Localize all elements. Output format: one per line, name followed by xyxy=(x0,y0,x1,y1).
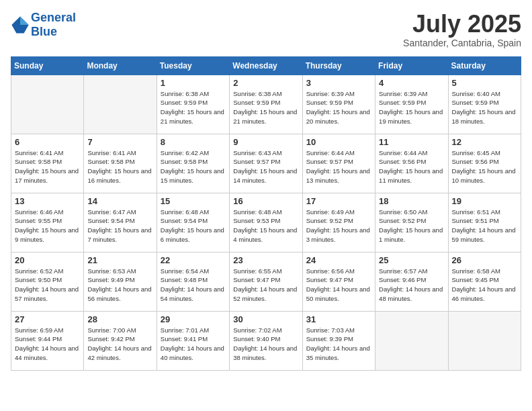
day-number: 21 xyxy=(87,255,152,265)
calendar-cell: 23Sunrise: 6:55 AM Sunset: 9:47 PM Dayli… xyxy=(230,252,302,311)
logo-icon xyxy=(11,15,30,34)
calendar-cell xyxy=(448,311,521,370)
day-info: Sunrise: 6:57 AM Sunset: 9:46 PM Dayligh… xyxy=(379,267,444,304)
day-number: 18 xyxy=(379,196,444,206)
calendar-table: SundayMondayTuesdayWednesdayThursdayFrid… xyxy=(11,56,521,371)
day-info: Sunrise: 6:40 AM Sunset: 9:59 PM Dayligh… xyxy=(452,89,517,126)
day-info: Sunrise: 6:38 AM Sunset: 9:59 PM Dayligh… xyxy=(233,89,298,126)
day-info: Sunrise: 6:43 AM Sunset: 9:57 PM Dayligh… xyxy=(233,148,298,185)
day-number: 25 xyxy=(379,255,444,265)
day-info: Sunrise: 6:56 AM Sunset: 9:47 PM Dayligh… xyxy=(306,267,371,304)
day-number: 13 xyxy=(15,196,80,206)
day-info: Sunrise: 6:38 AM Sunset: 9:59 PM Dayligh… xyxy=(161,89,226,126)
day-number: 8 xyxy=(161,137,226,147)
logo: General Blue xyxy=(11,11,76,39)
day-info: Sunrise: 6:54 AM Sunset: 9:48 PM Dayligh… xyxy=(161,267,226,304)
header-saturday: Saturday xyxy=(448,56,521,75)
day-number: 4 xyxy=(379,78,444,88)
calendar-cell: 10Sunrise: 6:44 AM Sunset: 9:57 PM Dayli… xyxy=(302,134,375,193)
calendar-cell: 30Sunrise: 7:02 AM Sunset: 9:40 PM Dayli… xyxy=(230,311,302,370)
header-thursday: Thursday xyxy=(302,56,375,75)
day-info: Sunrise: 7:00 AM Sunset: 9:42 PM Dayligh… xyxy=(87,326,152,363)
day-number: 9 xyxy=(233,137,298,147)
calendar-cell: 5Sunrise: 6:40 AM Sunset: 9:59 PM Daylig… xyxy=(448,75,521,134)
day-info: Sunrise: 6:59 AM Sunset: 9:44 PM Dayligh… xyxy=(15,326,80,363)
header-friday: Friday xyxy=(375,56,448,75)
day-info: Sunrise: 6:55 AM Sunset: 9:47 PM Dayligh… xyxy=(233,267,298,304)
day-number: 24 xyxy=(306,255,371,265)
day-number: 22 xyxy=(161,255,226,265)
page-header: General Blue July 2025 Santander, Cantab… xyxy=(11,11,521,48)
day-info: Sunrise: 6:39 AM Sunset: 9:59 PM Dayligh… xyxy=(306,89,371,126)
day-info: Sunrise: 7:01 AM Sunset: 9:41 PM Dayligh… xyxy=(161,326,226,363)
calendar-cell: 31Sunrise: 7:03 AM Sunset: 9:39 PM Dayli… xyxy=(302,311,375,370)
day-number: 6 xyxy=(15,137,80,147)
day-number: 20 xyxy=(15,255,80,265)
calendar-cell: 17Sunrise: 6:49 AM Sunset: 9:52 PM Dayli… xyxy=(302,193,375,252)
calendar-cell: 8Sunrise: 6:42 AM Sunset: 9:58 PM Daylig… xyxy=(157,134,229,193)
day-info: Sunrise: 6:51 AM Sunset: 9:51 PM Dayligh… xyxy=(452,208,517,244)
calendar-week-row: 13Sunrise: 6:46 AM Sunset: 9:55 PM Dayli… xyxy=(11,193,521,252)
day-info: Sunrise: 6:53 AM Sunset: 9:49 PM Dayligh… xyxy=(87,267,152,304)
calendar-cell: 28Sunrise: 7:00 AM Sunset: 9:42 PM Dayli… xyxy=(84,311,157,370)
calendar-cell: 22Sunrise: 6:54 AM Sunset: 9:48 PM Dayli… xyxy=(157,252,229,311)
day-number: 5 xyxy=(452,78,517,88)
calendar-cell xyxy=(84,75,157,134)
day-info: Sunrise: 6:52 AM Sunset: 9:50 PM Dayligh… xyxy=(15,267,80,304)
calendar-cell: 26Sunrise: 6:58 AM Sunset: 9:45 PM Dayli… xyxy=(448,252,521,311)
day-number: 16 xyxy=(233,196,298,206)
day-number: 29 xyxy=(161,314,226,324)
calendar-cell: 20Sunrise: 6:52 AM Sunset: 9:50 PM Dayli… xyxy=(11,252,84,311)
header-wednesday: Wednesday xyxy=(230,56,302,75)
day-info: Sunrise: 6:39 AM Sunset: 9:59 PM Dayligh… xyxy=(379,89,444,126)
day-number: 14 xyxy=(87,196,152,206)
month-year-title: July 2025 xyxy=(403,11,521,38)
day-info: Sunrise: 6:45 AM Sunset: 9:56 PM Dayligh… xyxy=(452,148,517,185)
calendar-cell: 18Sunrise: 6:50 AM Sunset: 9:52 PM Dayli… xyxy=(375,193,448,252)
day-info: Sunrise: 6:41 AM Sunset: 9:58 PM Dayligh… xyxy=(87,148,152,185)
calendar-cell: 13Sunrise: 6:46 AM Sunset: 9:55 PM Dayli… xyxy=(11,193,84,252)
calendar-cell: 24Sunrise: 6:56 AM Sunset: 9:47 PM Dayli… xyxy=(302,252,375,311)
day-number: 30 xyxy=(233,314,298,324)
svg-marker-1 xyxy=(20,16,29,25)
day-number: 10 xyxy=(306,137,371,147)
day-info: Sunrise: 7:03 AM Sunset: 9:39 PM Dayligh… xyxy=(306,326,371,363)
day-number: 26 xyxy=(452,255,517,265)
calendar-header-row: SundayMondayTuesdayWednesdayThursdayFrid… xyxy=(11,56,521,75)
day-number: 28 xyxy=(87,314,152,324)
day-info: Sunrise: 6:48 AM Sunset: 9:53 PM Dayligh… xyxy=(233,208,298,244)
calendar-cell: 25Sunrise: 6:57 AM Sunset: 9:46 PM Dayli… xyxy=(375,252,448,311)
calendar-cell: 2Sunrise: 6:38 AM Sunset: 9:59 PM Daylig… xyxy=(230,75,302,134)
day-number: 19 xyxy=(452,196,517,206)
calendar-cell: 4Sunrise: 6:39 AM Sunset: 9:59 PM Daylig… xyxy=(375,75,448,134)
day-number: 12 xyxy=(452,137,517,147)
calendar-cell xyxy=(11,75,84,134)
calendar-cell: 9Sunrise: 6:43 AM Sunset: 9:57 PM Daylig… xyxy=(230,134,302,193)
header-sunday: Sunday xyxy=(11,56,84,75)
calendar-cell: 7Sunrise: 6:41 AM Sunset: 9:58 PM Daylig… xyxy=(84,134,157,193)
calendar-week-row: 6Sunrise: 6:41 AM Sunset: 9:58 PM Daylig… xyxy=(11,134,521,193)
day-info: Sunrise: 6:44 AM Sunset: 9:56 PM Dayligh… xyxy=(379,148,444,185)
day-number: 15 xyxy=(161,196,226,206)
calendar-cell: 27Sunrise: 6:59 AM Sunset: 9:44 PM Dayli… xyxy=(11,311,84,370)
calendar-cell: 3Sunrise: 6:39 AM Sunset: 9:59 PM Daylig… xyxy=(302,75,375,134)
day-info: Sunrise: 6:49 AM Sunset: 9:52 PM Dayligh… xyxy=(306,208,371,244)
day-number: 11 xyxy=(379,137,444,147)
day-number: 1 xyxy=(161,78,226,88)
title-block: July 2025 Santander, Cantabria, Spain xyxy=(403,11,521,48)
calendar-cell: 16Sunrise: 6:48 AM Sunset: 9:53 PM Dayli… xyxy=(230,193,302,252)
day-number: 27 xyxy=(15,314,80,324)
calendar-cell xyxy=(375,311,448,370)
calendar-cell: 11Sunrise: 6:44 AM Sunset: 9:56 PM Dayli… xyxy=(375,134,448,193)
day-number: 2 xyxy=(233,78,298,88)
calendar-cell: 15Sunrise: 6:48 AM Sunset: 9:54 PM Dayli… xyxy=(157,193,229,252)
calendar-cell: 21Sunrise: 6:53 AM Sunset: 9:49 PM Dayli… xyxy=(84,252,157,311)
calendar-cell: 1Sunrise: 6:38 AM Sunset: 9:59 PM Daylig… xyxy=(157,75,229,134)
day-number: 7 xyxy=(87,137,152,147)
day-info: Sunrise: 6:42 AM Sunset: 9:58 PM Dayligh… xyxy=(161,148,226,185)
header-tuesday: Tuesday xyxy=(157,56,229,75)
day-number: 17 xyxy=(306,196,371,206)
calendar-week-row: 27Sunrise: 6:59 AM Sunset: 9:44 PM Dayli… xyxy=(11,311,521,370)
logo-line2: Blue xyxy=(31,25,76,39)
day-info: Sunrise: 6:44 AM Sunset: 9:57 PM Dayligh… xyxy=(306,148,371,185)
